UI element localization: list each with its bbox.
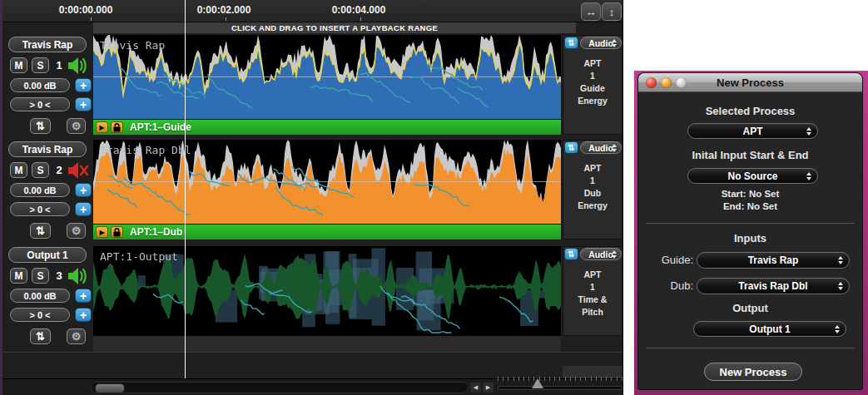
mute-button[interactable]: M bbox=[10, 268, 27, 284]
process-dropdown[interactable]: APT bbox=[687, 123, 818, 139]
track-type-dropdown[interactable]: Audio bbox=[580, 141, 622, 154]
solo-button[interactable]: S bbox=[32, 57, 49, 73]
dialog-title: New Process bbox=[638, 77, 862, 89]
timeline-ruler[interactable]: 0:00:00.000 0:00:02.000 0:00:04.000 ↔ ↕ bbox=[2, 0, 622, 22]
gain-add-button[interactable]: + bbox=[75, 289, 92, 303]
clip-label: APT:1-Output bbox=[100, 250, 178, 263]
horizontal-zoom-button[interactable]: ↔ bbox=[581, 2, 601, 21]
zoom-slider-thumb[interactable] bbox=[532, 378, 543, 388]
range-add-button[interactable]: + bbox=[75, 308, 92, 322]
ruler-tick bbox=[91, 17, 92, 21]
reorder-track-button[interactable]: ⇅ bbox=[30, 328, 51, 344]
playhead-cursor[interactable] bbox=[185, 0, 186, 378]
track-name-label: Travis Rap bbox=[22, 39, 73, 51]
track-settings-button[interactable]: ⚙ bbox=[67, 223, 86, 239]
time-label-0: 0:00:00.000 bbox=[59, 4, 113, 16]
scrollbar-thumb[interactable] bbox=[95, 383, 125, 393]
range-value: > 0 < bbox=[29, 205, 50, 215]
zoom-slider-track[interactable] bbox=[498, 386, 622, 390]
speaker-on-icon[interactable] bbox=[67, 266, 90, 286]
gear-icon: ⚙ bbox=[72, 330, 82, 343]
time-label-2: 0:00:02.000 bbox=[197, 4, 251, 16]
resize-track-button[interactable]: ⇅ bbox=[564, 248, 578, 260]
scroll-right-button[interactable]: ▶ bbox=[483, 383, 494, 393]
output-dropdown[interactable]: Output 1 bbox=[693, 321, 846, 337]
guide-dropdown[interactable]: Travis Rap bbox=[697, 252, 850, 269]
waveform-lane-2[interactable]: Travis Rap Dbl bbox=[93, 140, 561, 224]
swap-arrows-icon: ⇅ bbox=[568, 249, 574, 259]
ruler-tick bbox=[226, 17, 226, 21]
track-type-dropdown[interactable]: Audio bbox=[580, 37, 622, 49]
play-icon[interactable]: ▶ bbox=[96, 226, 108, 238]
end-status: End: No Set bbox=[638, 201, 862, 211]
solo-button[interactable]: S bbox=[32, 162, 49, 178]
track-name-label: Travis Rap bbox=[22, 144, 73, 156]
waveform-lane-3[interactable]: APT:1-Output bbox=[93, 246, 561, 336]
vertical-arrows-icon: ↕ bbox=[609, 6, 615, 18]
process-info: APT1 Time &Pitch bbox=[563, 269, 622, 318]
output-heading: Output bbox=[638, 302, 862, 314]
dub-dropdown[interactable]: Travis Rap Dbl bbox=[697, 278, 850, 294]
playback-range-banner[interactable]: CLICK AND DRAG TO INSERT A PLAYBACK RANG… bbox=[93, 22, 576, 33]
range-field[interactable]: > 0 < bbox=[10, 308, 70, 322]
mute-button[interactable]: M bbox=[10, 162, 27, 178]
initial-input-heading: Inital Input Start & End bbox=[638, 149, 862, 161]
swap-arrows-icon: ⇅ bbox=[36, 225, 45, 237]
screen: 0:00:00.000 0:00:02.000 0:00:04.000 ↔ ↕ … bbox=[0, 0, 868, 395]
scroll-left-button[interactable]: ◀ bbox=[470, 383, 481, 393]
dropdown-arrows-icon bbox=[612, 144, 618, 152]
track-name-button[interactable]: Travis Rap bbox=[8, 141, 87, 157]
range-field[interactable]: > 0 < bbox=[10, 202, 70, 216]
range-add-button[interactable]: + bbox=[75, 97, 92, 111]
gain-add-button[interactable]: + bbox=[75, 183, 92, 197]
window-left-edge bbox=[0, 0, 2, 395]
plus-icon: + bbox=[80, 98, 87, 111]
lock-icon[interactable] bbox=[111, 121, 123, 133]
play-icon[interactable]: ▶ bbox=[96, 121, 108, 133]
gain-value: 0.00 dB bbox=[23, 291, 56, 301]
track-3-info-panel: ⇅ Audio APT1 Time &Pitch bbox=[563, 246, 622, 336]
track-type-value: Audio bbox=[588, 143, 613, 153]
process-value: APT bbox=[743, 126, 763, 137]
horizontal-scrollbar[interactable] bbox=[91, 382, 469, 393]
range-add-button[interactable]: + bbox=[75, 202, 92, 216]
banner-text: CLICK AND DRAG TO INSERT A PLAYBACK RANG… bbox=[231, 23, 438, 32]
resize-track-button[interactable]: ⇅ bbox=[564, 141, 578, 154]
mute-label: M bbox=[15, 60, 23, 72]
resize-track-button[interactable]: ⇅ bbox=[564, 37, 578, 49]
selected-process-heading: Selected Process bbox=[638, 105, 862, 117]
gain-field[interactable]: 0.00 dB bbox=[10, 78, 70, 92]
output-value: Output 1 bbox=[749, 323, 790, 335]
reorder-track-button[interactable]: ⇅ bbox=[30, 223, 51, 239]
swap-arrows-icon: ⇅ bbox=[36, 120, 45, 132]
track-name-button[interactable]: Output 1 bbox=[8, 247, 87, 263]
dropdown-arrows-icon bbox=[806, 172, 812, 180]
solo-button[interactable]: S bbox=[32, 268, 49, 284]
process-bar-guide[interactable]: ▶ APT:1–Guide bbox=[93, 119, 561, 135]
vertical-zoom-button[interactable]: ↕ bbox=[602, 2, 622, 21]
range-field[interactable]: > 0 < bbox=[10, 97, 70, 111]
right-arrow-icon: ▶ bbox=[486, 384, 490, 391]
speaker-muted-icon[interactable] bbox=[67, 160, 90, 180]
dialog-titlebar[interactable]: New Process bbox=[638, 73, 862, 92]
reorder-track-button[interactable]: ⇅ bbox=[30, 118, 51, 134]
mute-button[interactable]: M bbox=[10, 57, 27, 73]
track-settings-button[interactable]: ⚙ bbox=[67, 328, 86, 344]
gain-add-button[interactable]: + bbox=[75, 78, 92, 92]
speaker-on-icon[interactable] bbox=[67, 56, 90, 76]
revoice-main-window: 0:00:00.000 0:00:02.000 0:00:04.000 ↔ ↕ … bbox=[0, 0, 623, 395]
ruler-tick bbox=[360, 17, 361, 21]
track-settings-button[interactable]: ⚙ bbox=[67, 118, 86, 134]
gain-field[interactable]: 0.00 dB bbox=[10, 183, 70, 197]
lock-icon[interactable] bbox=[111, 226, 123, 238]
new-process-dialog: New Process Selected Process APT Inital … bbox=[638, 73, 862, 389]
dub-value: Travis Rap Dbl bbox=[738, 280, 807, 292]
waveform-lane-1[interactable]: Travis Rap bbox=[93, 35, 561, 119]
process-bar-dub[interactable]: ▶ APT:1–Dub bbox=[93, 224, 561, 239]
track-name-button[interactable]: Travis Rap bbox=[8, 37, 87, 52]
track-type-dropdown[interactable]: Audio bbox=[580, 248, 622, 260]
source-dropdown[interactable]: No Source bbox=[687, 168, 818, 184]
gain-field[interactable]: 0.00 dB bbox=[10, 289, 70, 303]
process-bar-label: APT:1–Dub bbox=[130, 226, 182, 238]
new-process-button[interactable]: New Process bbox=[704, 363, 802, 381]
